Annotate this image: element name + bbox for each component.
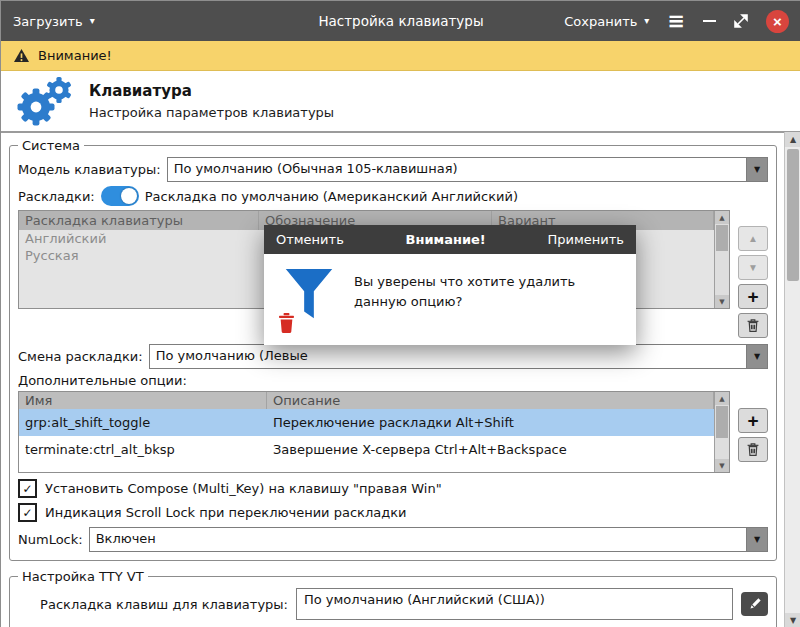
tty-group: Настройка TTY VT Раскладка клавиш для кл… xyxy=(9,569,777,627)
options-table-header: Имя Описание xyxy=(19,392,714,409)
menu-button[interactable]: ≡ xyxy=(667,11,685,32)
keyboard-model-label: Модель клавиатуры: xyxy=(18,162,161,177)
layout-name-cell: Русская xyxy=(19,247,259,264)
delete-option-illustration xyxy=(282,266,338,329)
layout-switch-row: Смена раскладки: По умолчанию (Левые ▼ xyxy=(18,344,768,369)
tty-layout-label: Раскладка клавиш для клавиатуры: xyxy=(18,597,288,612)
table-row[interactable]: terminate:ctrl_alt_bksp Завершение X-сер… xyxy=(19,436,714,463)
arrow-up-glyph: ▲ xyxy=(790,135,796,144)
layouts-label: Раскладки: xyxy=(18,189,95,204)
scrollbar-thumb[interactable] xyxy=(787,149,799,281)
delete-option-button[interactable] xyxy=(738,437,768,462)
maximize-button[interactable] xyxy=(734,14,748,28)
dialog-apply-button[interactable]: Применить xyxy=(548,232,624,247)
options-table-main: Имя Описание grp:alt_shift_toggle Перекл… xyxy=(19,392,714,472)
main-scrollbar[interactable]: ▲ ▼ xyxy=(784,132,800,627)
edit-tty-layout-button[interactable] xyxy=(741,592,768,616)
content-area: Система Модель клавиатуры: По умолчанию … xyxy=(1,132,785,627)
dialog-body: Вы уверены что хотите удалить данную опц… xyxy=(264,254,636,345)
hamburger-icon: ≡ xyxy=(667,11,685,32)
scrollbar-thumb[interactable] xyxy=(716,406,728,438)
dialog-header: Отменить Внимание! Применить xyxy=(264,225,636,254)
column-header: Раскладка клавиатуры xyxy=(19,211,259,230)
add-layout-button[interactable]: + xyxy=(738,284,768,309)
keyboard-model-select[interactable]: По умолчанию (Обычная 105-клавишная) ▼ xyxy=(167,157,768,182)
scrolllock-checkbox-label: Индикация Scroll Lock при переключении р… xyxy=(45,505,406,520)
minimize-button[interactable] xyxy=(703,20,716,22)
titlebar-actions: Сохранить ▾ ≡ × xyxy=(564,10,789,33)
add-option-button[interactable]: + xyxy=(738,408,768,433)
check-icon: ✓ xyxy=(22,483,32,495)
trash-icon xyxy=(746,318,760,333)
default-layout-description: Раскладка по умолчанию (Американский Анг… xyxy=(145,189,518,204)
tty-layout-field[interactable]: По умолчанию (Английский (США)) xyxy=(296,588,733,620)
gears-icon xyxy=(15,76,73,126)
keyboard-settings-window: Загрузить ▾ Настройка клавиатуры Сохрани… xyxy=(0,0,800,627)
save-button-label: Сохранить xyxy=(564,14,637,29)
arrow-down-glyph: ▼ xyxy=(719,462,724,470)
titlebar: Загрузить ▾ Настройка клавиатуры Сохрани… xyxy=(1,1,800,41)
extra-options-table[interactable]: Имя Описание grp:alt_shift_toggle Перекл… xyxy=(18,391,730,473)
pencil-icon xyxy=(748,597,762,611)
default-layout-toggle[interactable] xyxy=(101,186,139,206)
numlock-select[interactable]: Включен ▼ xyxy=(89,527,768,552)
close-icon: × xyxy=(773,14,782,29)
close-button[interactable]: × xyxy=(766,10,789,33)
dropdown-arrow-icon[interactable]: ▼ xyxy=(746,528,767,551)
plus-icon: + xyxy=(747,411,758,430)
plus-icon: + xyxy=(747,287,758,306)
page-header-text: Клавиатура Настройка параметров клавиату… xyxy=(89,82,334,120)
chevron-down-icon: ▼ xyxy=(754,352,760,361)
scroll-down-icon[interactable]: ▼ xyxy=(715,295,729,308)
warning-banner: Внимание! xyxy=(1,41,800,71)
arrow-down-icon: ▼ xyxy=(748,262,758,273)
check-icon: ✓ xyxy=(22,507,32,519)
options-table-scrollbar[interactable]: ▲ ▼ xyxy=(714,392,729,472)
numlock-label: NumLock: xyxy=(18,532,83,547)
move-layout-up-button[interactable]: ▲ xyxy=(738,226,768,251)
scroll-down-icon[interactable]: ▼ xyxy=(785,613,800,627)
save-button[interactable]: Сохранить ▾ xyxy=(564,14,649,29)
warning-icon xyxy=(13,48,30,63)
options-table-buttons: + xyxy=(738,408,768,462)
compose-checkbox[interactable]: ✓ xyxy=(18,479,37,498)
load-button[interactable]: Загрузить ▾ xyxy=(13,14,95,29)
minimize-icon xyxy=(703,20,716,22)
delete-trash-icon xyxy=(277,312,296,333)
dropdown-arrow-icon[interactable]: ▼ xyxy=(746,158,767,181)
tty-layout-row: Раскладка клавиш для клавиатуры: По умол… xyxy=(18,588,768,620)
trash-icon xyxy=(746,442,760,457)
layout-name-cell: Английский xyxy=(19,230,259,247)
load-button-label: Загрузить xyxy=(13,14,83,29)
delete-layout-button[interactable] xyxy=(738,313,768,338)
scroll-down-icon[interactable]: ▼ xyxy=(715,459,729,472)
chevron-down-icon: ▼ xyxy=(754,535,760,544)
column-header: Имя xyxy=(19,392,267,409)
page-subtitle: Настройка параметров клавиатуры xyxy=(89,105,334,120)
scrolllock-checkbox[interactable]: ✓ xyxy=(18,503,37,522)
arrow-up-glyph: ▲ xyxy=(719,395,724,403)
system-group-legend: Система xyxy=(18,138,84,153)
layout-switch-select[interactable]: По умолчанию (Левые ▼ xyxy=(149,344,768,369)
extra-options-label: Дополнительные опции: xyxy=(18,373,768,388)
move-layout-down-button[interactable]: ▼ xyxy=(738,255,768,280)
confirm-delete-dialog: Отменить Внимание! Применить Вы уверены … xyxy=(264,225,636,345)
scroll-up-icon[interactable]: ▲ xyxy=(715,211,729,224)
layouts-table-scrollbar[interactable]: ▲ ▼ xyxy=(714,211,729,308)
option-description-cell: Завершение X-сервера Ctrl+Alt+Backspace xyxy=(267,442,714,457)
dialog-cancel-button[interactable]: Отменить xyxy=(276,232,344,247)
scroll-up-icon[interactable]: ▲ xyxy=(785,132,800,147)
expand-icon xyxy=(734,14,748,28)
arrow-up-glyph: ▲ xyxy=(719,214,724,222)
page-header: Клавиатура Настройка параметров клавиату… xyxy=(1,71,800,133)
compose-checkbox-row: ✓ Установить Compose (Multi_Key) на клав… xyxy=(18,479,768,498)
table-row[interactable]: grp:alt_shift_toggle Переключение раскла… xyxy=(19,409,714,436)
compose-checkbox-label: Установить Compose (Multi_Key) на клавиш… xyxy=(45,481,442,496)
page-title: Клавиатура xyxy=(89,82,334,100)
scroll-up-icon[interactable]: ▲ xyxy=(715,392,729,405)
scrollbar-thumb[interactable] xyxy=(716,225,728,251)
dropdown-arrow-icon[interactable]: ▼ xyxy=(746,345,767,368)
arrow-up-icon: ▲ xyxy=(748,233,758,244)
dialog-message: Вы уверены что хотите удалить данную опц… xyxy=(354,266,616,329)
chevron-down-icon: ▾ xyxy=(90,16,95,26)
